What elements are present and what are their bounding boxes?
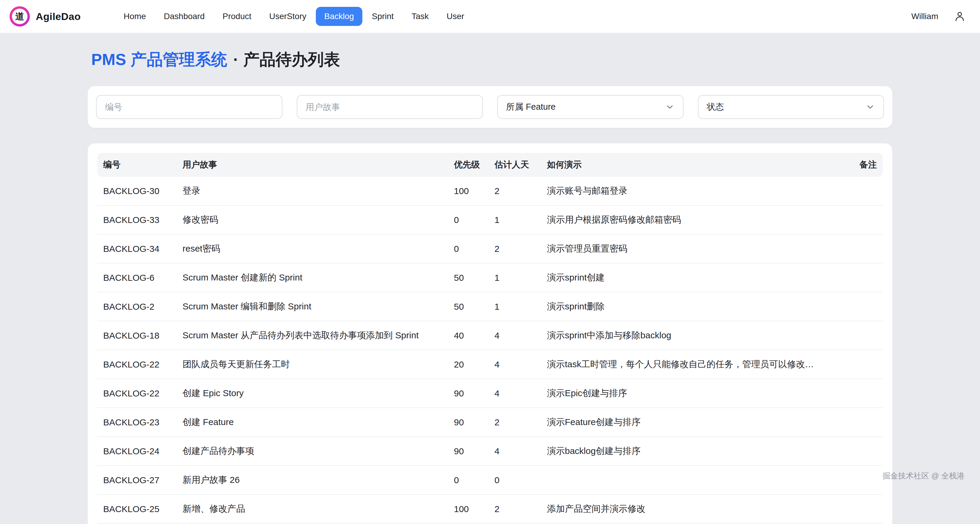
page-title-separator: · bbox=[233, 50, 239, 68]
status-select[interactable]: 状态 bbox=[698, 95, 884, 119]
cell-id: BACKLOG-30 bbox=[97, 177, 177, 205]
brand-name: AgileDao bbox=[36, 11, 81, 22]
cell-story: 创建 Feature bbox=[177, 408, 448, 437]
column-header-优先级: 优先级 bbox=[448, 153, 488, 177]
cell-id: BACKLOG-2 bbox=[97, 292, 177, 321]
cell-id: BACKLOG-24 bbox=[97, 437, 177, 465]
cell-demo: 演示管理员重置密码 bbox=[541, 234, 826, 263]
cell-story: Scrum Master 从产品待办列表中选取待办事项添加到 Sprint bbox=[177, 321, 448, 350]
main-content: PMS 产品管理系统·产品待办列表 所属 Feature 状态 bbox=[88, 49, 892, 524]
watermark: 掘金技术社区 @ 全栈港 bbox=[883, 471, 964, 481]
nav-item-task[interactable]: Task bbox=[403, 7, 437, 26]
nav-item-user[interactable]: User bbox=[438, 7, 473, 26]
cell-days: 4 bbox=[488, 321, 541, 350]
cell-story: 团队成员每天更新任务工时 bbox=[177, 350, 448, 379]
cell-demo: 演示用户根据原密码修改邮箱密码 bbox=[541, 205, 826, 234]
table-row[interactable]: BACKLOG-18 Scrum Master 从产品待办列表中选取待办事项添加… bbox=[97, 321, 883, 350]
app-logo-icon: 道 bbox=[10, 6, 30, 27]
column-header-编号: 编号 bbox=[97, 153, 177, 177]
cell-demo: 演示task工时管理，每个人只能修改自己的任务，管理员可以修改全部 bbox=[541, 350, 826, 379]
main-nav: HomeDashboardProductUserStoryBacklogSpri… bbox=[115, 7, 473, 26]
cell-story: 登录 bbox=[177, 177, 448, 205]
cell-id: BACKLOG-22 bbox=[97, 350, 177, 379]
cell-demo: 演示sprint中添加与移除backlog bbox=[541, 321, 826, 350]
user-name[interactable]: William bbox=[912, 12, 938, 21]
cell-id: BACKLOG-6 bbox=[97, 263, 177, 292]
table-row[interactable]: BACKLOG-27 新用户故事 26 0 0 bbox=[97, 465, 883, 494]
story-filter-input[interactable] bbox=[297, 95, 483, 119]
backlog-table: 编号用户故事优先级估计人天如何演示备注 BACKLOG-30 登录 100 2 … bbox=[97, 153, 883, 524]
cell-note bbox=[826, 379, 883, 408]
cell-story: 修改密码 bbox=[177, 205, 448, 234]
cell-days: 2 bbox=[488, 177, 541, 205]
cell-note bbox=[826, 437, 883, 465]
cell-note bbox=[826, 350, 883, 379]
table-row[interactable]: BACKLOG-23 创建 Feature 90 2 演示Feature创建与排… bbox=[97, 408, 883, 437]
cell-days: 1 bbox=[488, 205, 541, 234]
table-row[interactable]: BACKLOG-2 Scrum Master 编辑和删除 Sprint 50 1… bbox=[97, 292, 883, 321]
cell-demo bbox=[541, 465, 826, 494]
cell-days: 4 bbox=[488, 350, 541, 379]
nav-item-home[interactable]: Home bbox=[115, 7, 154, 26]
cell-note bbox=[826, 494, 883, 523]
status-select-value: 状态 bbox=[707, 101, 724, 113]
cell-id: BACKLOG-33 bbox=[97, 205, 177, 234]
cell-days: 0 bbox=[488, 465, 541, 494]
cell-priority: 100 bbox=[448, 177, 488, 205]
table-row[interactable]: BACKLOG-22 创建 Epic Story 90 4 演示Epic创建与排… bbox=[97, 379, 883, 408]
table-row[interactable]: BACKLOG-6 Scrum Master 创建新的 Sprint 50 1 … bbox=[97, 263, 883, 292]
cell-priority: 0 bbox=[448, 205, 488, 234]
cell-id: BACKLOG-23 bbox=[97, 408, 177, 437]
column-header-估计人天: 估计人天 bbox=[488, 153, 541, 177]
nav-item-dashboard[interactable]: Dashboard bbox=[155, 7, 213, 26]
column-header-备注: 备注 bbox=[826, 153, 883, 177]
cell-story: 新用户故事 26 bbox=[177, 465, 448, 494]
table-row[interactable]: BACKLOG-24 创建产品待办事项 90 4 演示backlog创建与排序 bbox=[97, 437, 883, 465]
column-header-如何演示: 如何演示 bbox=[541, 153, 826, 177]
cell-demo: 添加产品空间并演示修改 bbox=[541, 494, 826, 523]
cell-id: BACKLOG-18 bbox=[97, 321, 177, 350]
cell-note bbox=[826, 234, 883, 263]
column-header-用户故事: 用户故事 bbox=[177, 153, 448, 177]
cell-days: 4 bbox=[488, 437, 541, 465]
app-logo-glyph: 道 bbox=[12, 9, 27, 24]
navbar: 道 AgileDao HomeDashboardProductUserStory… bbox=[0, 0, 980, 33]
cell-days: 4 bbox=[488, 379, 541, 408]
cell-note bbox=[826, 321, 883, 350]
cell-demo: 演示Epic创建与排序 bbox=[541, 379, 826, 408]
table-header-row: 编号用户故事优先级估计人天如何演示备注 bbox=[97, 153, 883, 177]
cell-note bbox=[826, 292, 883, 321]
cell-priority: 90 bbox=[448, 379, 488, 408]
cell-days: 2 bbox=[488, 494, 541, 523]
cell-note bbox=[826, 408, 883, 437]
nav-item-userstory[interactable]: UserStory bbox=[261, 7, 315, 26]
feature-select[interactable]: 所属 Feature bbox=[497, 95, 684, 119]
cell-days: 1 bbox=[488, 292, 541, 321]
nav-item-sprint[interactable]: Sprint bbox=[364, 7, 402, 26]
cell-story: 新增、修改产品 bbox=[177, 494, 448, 523]
table-row[interactable]: BACKLOG-34 reset密码 0 2 演示管理员重置密码 bbox=[97, 234, 883, 263]
page-title: PMS 产品管理系统·产品待办列表 bbox=[88, 49, 892, 71]
cell-demo: 演示账号与邮箱登录 bbox=[541, 177, 826, 205]
backlog-table-card: 编号用户故事优先级估计人天如何演示备注 BACKLOG-30 登录 100 2 … bbox=[88, 143, 892, 524]
cell-demo: 演示backlog创建与排序 bbox=[541, 437, 826, 465]
cell-days: 1 bbox=[488, 263, 541, 292]
table-row[interactable]: BACKLOG-33 修改密码 0 1 演示用户根据原密码修改邮箱密码 bbox=[97, 205, 883, 234]
table-row[interactable]: BACKLOG-30 登录 100 2 演示账号与邮箱登录 bbox=[97, 177, 883, 205]
brand[interactable]: 道 AgileDao bbox=[10, 6, 81, 27]
cell-note bbox=[826, 465, 883, 494]
filter-bar: 所属 Feature 状态 bbox=[88, 86, 892, 128]
cell-id: BACKLOG-22 bbox=[97, 379, 177, 408]
nav-item-product[interactable]: Product bbox=[214, 7, 260, 26]
cell-note bbox=[826, 263, 883, 292]
table-row[interactable]: BACKLOG-22 团队成员每天更新任务工时 20 4 演示task工时管理，… bbox=[97, 350, 883, 379]
id-filter-input[interactable] bbox=[96, 95, 282, 119]
cell-story: reset密码 bbox=[177, 234, 448, 263]
cell-demo: 演示Feature创建与排序 bbox=[541, 408, 826, 437]
cell-story: 创建 Epic Story bbox=[177, 379, 448, 408]
cell-priority: 50 bbox=[448, 263, 488, 292]
table-row[interactable]: BACKLOG-25 新增、修改产品 100 2 添加产品空间并演示修改 bbox=[97, 494, 883, 523]
user-profile-icon[interactable] bbox=[954, 10, 966, 22]
page-title-section: 产品待办列表 bbox=[243, 50, 340, 68]
nav-item-backlog[interactable]: Backlog bbox=[316, 7, 362, 26]
